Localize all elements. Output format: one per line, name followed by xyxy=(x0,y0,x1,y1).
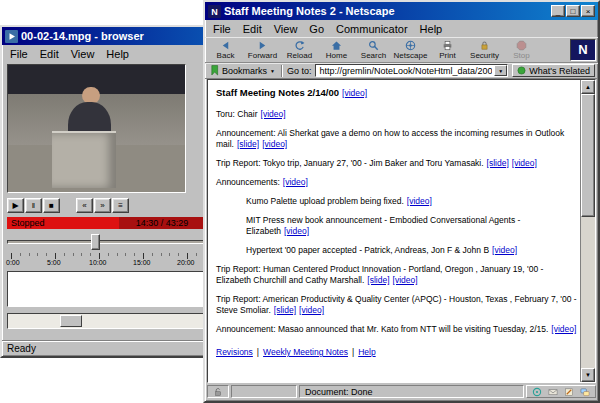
netscape-button[interactable]: Netscape xyxy=(392,38,429,61)
menu-go[interactable]: Go xyxy=(304,22,331,36)
step-forward-button[interactable]: » xyxy=(94,198,111,213)
video-link[interactable]: [video] xyxy=(407,196,432,206)
help-link[interactable]: Help xyxy=(358,347,375,357)
discussions-icon[interactable] xyxy=(580,387,590,397)
note-line: Announcement: Masao announced that Mr. K… xyxy=(216,324,577,335)
note-line: MIT Press new book announcement - Embodi… xyxy=(246,215,577,237)
video-link[interactable]: [video] xyxy=(299,305,324,315)
video-link[interactable]: [video] xyxy=(512,158,537,168)
back-button[interactable]: Back xyxy=(207,38,244,61)
note-line: Hypertext '00 paper accepted - Patrick, … xyxy=(246,245,577,256)
footer-separator: | xyxy=(352,347,354,357)
toolbar-divider xyxy=(281,65,283,77)
player-menu-help[interactable]: Help xyxy=(101,47,136,61)
play-button[interactable]: ▶ xyxy=(7,198,24,213)
video-link[interactable]: [video] xyxy=(342,88,367,98)
home-label: Home xyxy=(326,51,347,60)
url-field[interactable]: http://gremlin/NoteLook/NoteHtml_data/20… xyxy=(315,64,508,77)
stop-button-browser[interactable]: Stop xyxy=(503,38,540,61)
browser-close-button[interactable]: × xyxy=(581,5,595,17)
ruler-label: 10:00 xyxy=(89,259,107,266)
note-line: Kumo Palette upload problem being fixed.… xyxy=(246,196,577,207)
whats-related-button[interactable]: What's Related xyxy=(512,64,595,77)
note-line: Trip Report: Tokyo trip, January 27, '00… xyxy=(216,158,577,169)
seek-thumb[interactable] xyxy=(91,234,100,250)
composer-icon[interactable] xyxy=(564,387,574,397)
print-label: Print xyxy=(439,51,455,60)
browser-window-title: Staff Meeting Notes 2 - Netscape xyxy=(224,5,548,17)
url-dropdown-button[interactable]: ▼ xyxy=(494,65,507,76)
timeline-scroll-thumb[interactable] xyxy=(60,315,82,327)
slide-link[interactable]: [slide] xyxy=(487,158,509,168)
goto-label: Go to: xyxy=(287,66,312,76)
player-menu-file[interactable]: File xyxy=(5,47,35,61)
browser-minimize-button[interactable]: _ xyxy=(551,5,565,17)
stop-button[interactable]: ■ xyxy=(43,198,60,213)
forward-button[interactable]: Forward xyxy=(244,38,281,61)
pause-button[interactable]: ‖ xyxy=(25,198,42,213)
video-link[interactable]: [video] xyxy=(261,109,286,119)
browser-status-bar: Document: Done xyxy=(207,384,596,399)
reload-button[interactable]: Reload xyxy=(281,38,318,61)
back-label: Back xyxy=(217,51,235,60)
search-button[interactable]: Search xyxy=(355,38,392,61)
video-link[interactable]: [video] xyxy=(283,177,308,187)
mailbox-icon[interactable] xyxy=(548,387,558,397)
video-link[interactable]: [video] xyxy=(262,139,287,149)
stop-label: Stop xyxy=(513,51,529,60)
player-menu-view[interactable]: View xyxy=(66,47,102,61)
video-link[interactable]: [video] xyxy=(492,245,517,255)
browser-toolbar: Back Forward Reload Home Search Netscape xyxy=(205,37,598,63)
whats-related-label: What's Related xyxy=(529,66,590,76)
svg-text:N: N xyxy=(211,7,218,17)
home-button[interactable]: Home xyxy=(318,38,355,61)
browser-maximize-button[interactable]: □ xyxy=(566,5,580,17)
scroll-down-button[interactable]: ▼ xyxy=(581,368,595,382)
netscape-wheel-icon xyxy=(405,40,416,51)
video-link[interactable]: [video] xyxy=(284,226,309,236)
weekly-meeting-notes-link[interactable]: Weekly Meeting Notes xyxy=(263,347,348,357)
menu-help[interactable]: Help xyxy=(415,22,450,36)
ruler-label: 5:00 xyxy=(47,259,61,266)
menu-edit[interactable]: Edit xyxy=(238,22,269,36)
home-icon xyxy=(331,40,342,51)
page-title-text: Staff Meeting Notes 2/14/00 xyxy=(216,87,339,98)
playlist-button[interactable]: ≡ xyxy=(112,198,129,213)
revisions-link[interactable]: Revisions xyxy=(216,347,253,357)
video-art-podium xyxy=(52,131,116,188)
menu-communicator[interactable]: Communicator xyxy=(331,22,415,36)
bookmarks-button[interactable]: Bookmarks ▼ xyxy=(208,65,277,76)
menu-view[interactable]: View xyxy=(269,22,305,36)
player-menu-edit[interactable]: Edit xyxy=(35,47,66,61)
reload-label: Reload xyxy=(287,51,312,60)
component-bar xyxy=(526,385,596,398)
slide-link[interactable]: [slide] xyxy=(274,305,296,315)
step-back-button[interactable]: « xyxy=(76,198,93,213)
vertical-scrollbar[interactable]: ▲ ▼ xyxy=(580,80,595,382)
security-button[interactable]: Security xyxy=(466,38,503,61)
whats-related-icon xyxy=(517,66,526,75)
ruler-label: 15:00 xyxy=(133,259,151,266)
browser-titlebar[interactable]: N Staff Meeting Notes 2 - Netscape _ □ × xyxy=(205,2,598,20)
url-text: http://gremlin/NoteLook/NoteHtml_data/20… xyxy=(319,66,492,76)
video-link[interactable]: [video] xyxy=(551,324,576,334)
back-icon xyxy=(220,40,231,51)
bookmark-icon xyxy=(210,65,219,76)
netscape-logo[interactable]: N xyxy=(570,39,596,61)
note-line: Toru: Chair[video] xyxy=(216,109,577,120)
scrollbar-track[interactable] xyxy=(581,94,595,368)
print-button[interactable]: Print xyxy=(429,38,466,61)
security-indicator[interactable] xyxy=(207,385,229,398)
note-text: Kumo Palette upload problem being fixed. xyxy=(246,196,404,206)
note-line: Announcement: Ali Sherkat gave a demo on… xyxy=(216,128,577,150)
slide-link[interactable]: [slide] xyxy=(367,275,389,285)
note-text: Toru: Chair xyxy=(216,109,258,119)
scroll-up-button[interactable]: ▲ xyxy=(581,80,595,94)
video-link[interactable]: [video] xyxy=(393,275,418,285)
scrollbar-thumb[interactable] xyxy=(581,94,595,217)
menu-file[interactable]: File xyxy=(208,22,238,36)
note-line: Announcements:[video] xyxy=(216,177,577,188)
video-display xyxy=(7,64,186,193)
navigator-icon[interactable] xyxy=(532,387,542,397)
slide-link[interactable]: [slide] xyxy=(237,139,259,149)
